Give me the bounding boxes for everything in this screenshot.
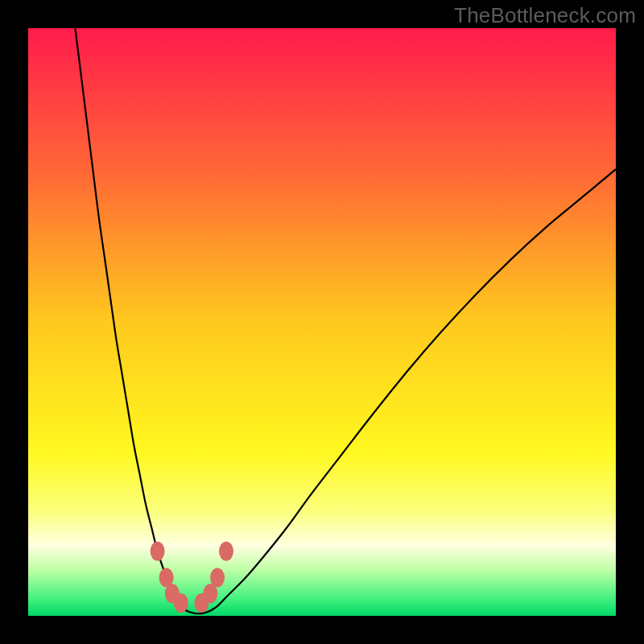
curve-marker: [174, 593, 188, 613]
chart-background-gradient: [28, 28, 616, 616]
chart-frame: TheBottleneck.com: [0, 0, 644, 644]
watermark-text: TheBottleneck.com: [454, 3, 636, 28]
curve-marker: [210, 568, 225, 588]
curve-marker: [219, 542, 233, 561]
plot-area: [28, 28, 616, 616]
chart-svg: [28, 28, 616, 616]
curve-marker: [151, 542, 165, 561]
